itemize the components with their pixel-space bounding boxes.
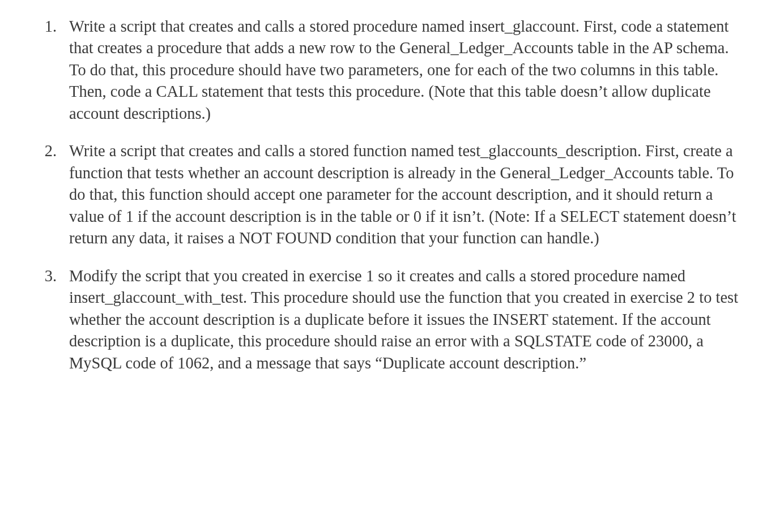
item-number: 3. xyxy=(22,265,69,287)
item-number: 2. xyxy=(22,140,69,162)
item-text: Modify the script that you created in ex… xyxy=(69,265,740,374)
item-number: 1. xyxy=(22,16,69,37)
item-text: Write a script that creates and calls a … xyxy=(69,16,740,125)
list-item: 2. Write a script that creates and calls… xyxy=(22,140,740,249)
exercise-list: 1. Write a script that creates and calls… xyxy=(22,16,740,374)
item-text: Write a script that creates and calls a … xyxy=(69,140,740,249)
list-item: 1. Write a script that creates and calls… xyxy=(22,16,740,125)
document-page: 1. Write a script that creates and calls… xyxy=(0,0,767,413)
list-item: 3. Modify the script that you created in… xyxy=(22,265,740,374)
